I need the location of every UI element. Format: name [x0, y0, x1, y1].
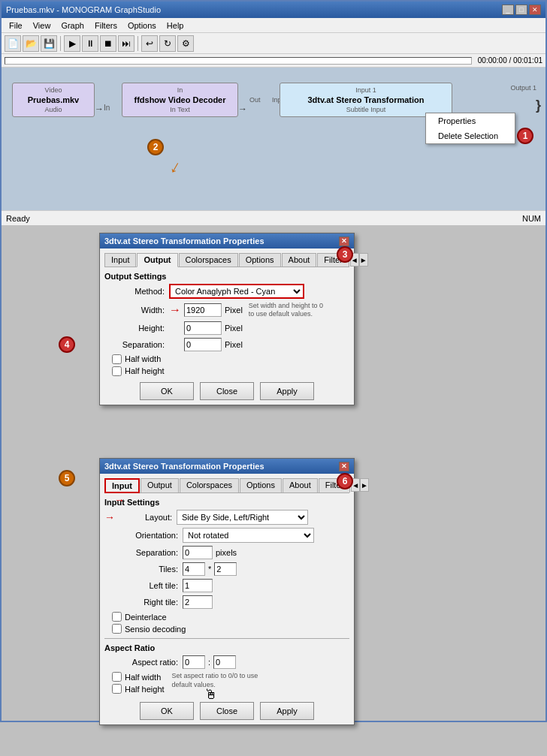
context-properties[interactable]: Properties: [426, 113, 515, 128]
half-width-checkbox[interactable]: [112, 354, 122, 364]
transform-bottom-label: Subtitle Input: [286, 106, 446, 113]
title-bar-buttons: _ □ ✕: [502, 5, 541, 15]
menu-file[interactable]: File: [5, 20, 27, 31]
width-input[interactable]: [184, 303, 222, 317]
settings-button[interactable]: ⚙: [177, 35, 194, 52]
method-select[interactable]: Color Anaglyph Red - Cyan: [169, 284, 304, 299]
tab-about[interactable]: About: [282, 253, 317, 267]
separation-row: Separation: Pixel: [104, 338, 349, 351]
layout-select[interactable]: Side By Side, Left/Right: [177, 510, 308, 525]
dialog2-ok[interactable]: OK: [140, 702, 194, 720]
dialog1-body: Input Output Colorspaces Options About F…: [100, 248, 354, 405]
sensio-label: Sensio decoding: [125, 625, 186, 634]
half-height-checkbox[interactable]: [112, 366, 122, 376]
tab-output[interactable]: Output: [137, 253, 177, 267]
orientation-select[interactable]: Not rotated: [183, 528, 314, 543]
dialog2-tab-options[interactable]: Options: [240, 478, 282, 492]
method-label: Method:: [104, 287, 165, 296]
decoder-node[interactable]: In ffdshow Video Decoder In Text: [122, 83, 238, 117]
tiles-input2[interactable]: [214, 562, 237, 576]
menu-graph[interactable]: Graph: [56, 20, 89, 31]
menu-help[interactable]: Help: [162, 20, 189, 31]
width-hint: Set width and height to 0 to use default…: [249, 302, 324, 318]
output1-label: Output 1: [510, 84, 536, 92]
aspect-half-width-row: Half width: [112, 672, 165, 682]
orientation-label: Orientation:: [118, 531, 178, 540]
deinterlace-checkbox[interactable]: [112, 612, 122, 622]
aspect-checkboxes: Half width Half height: [104, 672, 165, 696]
arrow-annotation: ↓: [167, 155, 185, 178]
open-button[interactable]: 📂: [23, 35, 39, 52]
sensio-checkbox[interactable]: [112, 624, 122, 634]
layout-row: → Layout: Side By Side, Left/Right: [104, 510, 349, 525]
tab-colorspaces[interactable]: Colorspaces: [179, 253, 238, 267]
dialog1-close[interactable]: ✕: [339, 236, 349, 246]
dialog2-tab-about[interactable]: About: [283, 478, 318, 492]
progress-track[interactable]: [5, 57, 472, 65]
play-button[interactable]: ▶: [64, 35, 80, 52]
width-label: Width:: [104, 306, 165, 315]
aspect-input1[interactable]: [183, 655, 205, 669]
dialog2-separation-input[interactable]: [183, 546, 213, 559]
main-canvas: Video Pruebas.mkv Audio → In In ffdshow …: [2, 68, 545, 225]
dialog2-separation-row: Separation: pixels: [104, 546, 349, 559]
annotation-6: 6: [337, 473, 353, 489]
minimize-button[interactable]: _: [502, 5, 514, 15]
context-delete[interactable]: Delete Selection: [426, 128, 515, 143]
dialog1-ok[interactable]: OK: [140, 382, 194, 400]
menu-options[interactable]: Options: [123, 20, 161, 31]
maximize-button[interactable]: □: [515, 5, 527, 15]
source-node[interactable]: Video Pruebas.mkv Audio: [12, 83, 95, 117]
dialog1-close-btn[interactable]: Close: [200, 382, 254, 400]
dialog2-tab-output[interactable]: Output: [141, 478, 179, 492]
height-input[interactable]: [184, 321, 222, 335]
half-height-row: Half height: [112, 366, 349, 376]
refresh-button[interactable]: ↻: [159, 35, 176, 52]
dialog2-tab-nav-right[interactable]: ►: [360, 478, 369, 492]
status-text: Ready: [6, 214, 30, 223]
step-button[interactable]: ⏭: [118, 35, 134, 52]
dialog2-tab-input[interactable]: Input: [104, 478, 140, 493]
tab-options[interactable]: Options: [239, 253, 281, 267]
save-button[interactable]: 💾: [41, 35, 57, 52]
dialog2-buttons: OK Close Apply: [104, 702, 349, 720]
dialog2-close[interactable]: ✕: [339, 462, 349, 471]
new-button[interactable]: 📄: [5, 35, 21, 52]
menu-view[interactable]: View: [29, 20, 56, 31]
decoder-bottom-label: In Text: [128, 106, 231, 113]
output-settings-label: Output Settings: [104, 272, 349, 281]
dialog1-apply[interactable]: Apply: [260, 382, 314, 400]
source-bottom-label: Audio: [19, 106, 88, 113]
right-tile-label: Right tile:: [118, 598, 178, 607]
separation-label: Separation:: [104, 340, 165, 349]
aspect-half-height-checkbox[interactable]: [112, 684, 122, 694]
tab-input[interactable]: Input: [104, 253, 136, 267]
annotation-4: 4: [59, 336, 75, 353]
tiles-x: *: [208, 565, 211, 574]
dialog2-close-btn[interactable]: Close: [200, 702, 254, 720]
tiles-row: Tiles: *: [104, 562, 349, 576]
menu-filters[interactable]: Filters: [90, 20, 122, 31]
tab-nav-right[interactable]: ►: [359, 253, 368, 267]
close-button[interactable]: ✕: [529, 5, 541, 15]
input-arrow: →: [114, 494, 125, 506]
status-num: NUM: [522, 214, 541, 223]
right-tile-input[interactable]: [183, 595, 213, 609]
source-main-label: Pruebas.mkv: [19, 95, 88, 104]
pause-button[interactable]: ⏸: [82, 35, 98, 52]
decoder-top-label: In: [128, 86, 231, 94]
left-tile-input[interactable]: [183, 579, 213, 592]
aspect-half-width-label: Half width: [125, 673, 161, 682]
aspect-section-label: Aspect Ratio: [104, 643, 349, 652]
graph-area: Video Pruebas.mkv Audio → In In ffdshow …: [2, 68, 545, 210]
separation-input[interactable]: [184, 338, 222, 351]
aspect-half-width-checkbox[interactable]: [112, 672, 122, 682]
dialog2-apply[interactable]: Apply: [260, 702, 314, 720]
toolbar-sep2: [138, 36, 138, 51]
aspect-input2[interactable]: [213, 655, 236, 669]
tiles-input1[interactable]: [183, 562, 205, 576]
dialog2-tab-colorspaces[interactable]: Colorspaces: [180, 478, 239, 492]
rewind-button[interactable]: ↩: [141, 35, 158, 52]
stop-button[interactable]: ⏹: [100, 35, 116, 52]
context-menu: Properties Delete Selection: [425, 113, 515, 144]
